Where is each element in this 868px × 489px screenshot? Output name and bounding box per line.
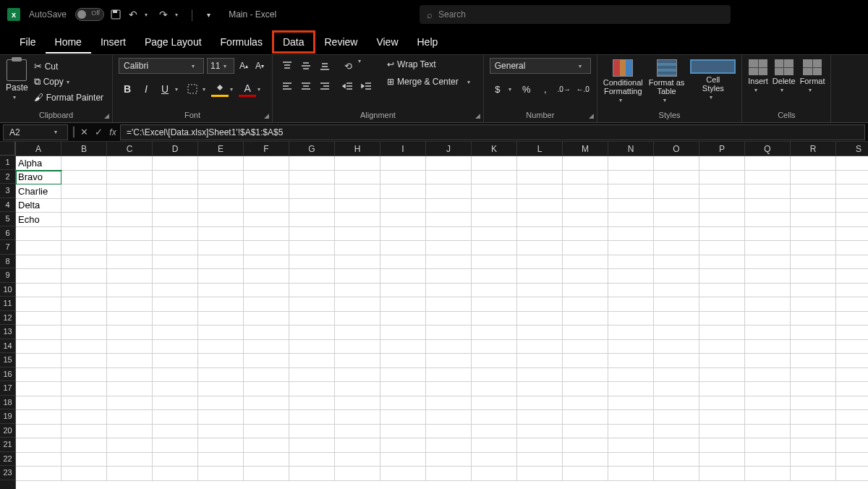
cell[interactable] <box>380 297 426 312</box>
cell[interactable] <box>563 171 608 185</box>
row-header[interactable]: 15 <box>0 353 15 367</box>
column-header[interactable]: D <box>153 142 198 156</box>
cell[interactable] <box>654 368 699 383</box>
cell[interactable] <box>654 227 699 242</box>
cell[interactable] <box>289 396 335 411</box>
cell[interactable] <box>107 396 153 411</box>
cell[interactable] <box>563 340 608 354</box>
cell[interactable] <box>107 255 153 270</box>
cell[interactable] <box>61 171 107 185</box>
column-header[interactable]: C <box>107 142 153 156</box>
cell[interactable] <box>16 312 61 326</box>
cell[interactable] <box>107 213 153 227</box>
formula-input[interactable]: ='C:\Excel\[Data.xlsx]Sheet1'!$A$1:$A$5 <box>120 124 865 140</box>
cell[interactable] <box>380 227 426 242</box>
cell[interactable] <box>517 453 563 467</box>
cell[interactable] <box>289 425 335 439</box>
cell[interactable] <box>791 326 836 340</box>
cell[interactable] <box>198 213 244 227</box>
row-header[interactable]: 3 <box>0 184 15 198</box>
cell[interactable] <box>153 382 198 396</box>
cell[interactable] <box>289 326 335 340</box>
cancel-formula-icon[interactable]: ✕ <box>77 124 91 140</box>
bold-button[interactable]: B <box>119 81 136 97</box>
cell[interactable] <box>107 312 153 326</box>
cell[interactable] <box>654 340 699 354</box>
percent-format-button[interactable]: % <box>519 81 535 97</box>
cell[interactable] <box>699 340 745 354</box>
borders-button[interactable] <box>184 81 201 97</box>
column-header[interactable]: A <box>16 142 61 156</box>
cell[interactable] <box>153 255 198 270</box>
cell[interactable] <box>517 297 563 312</box>
cell[interactable] <box>61 199 107 213</box>
cell[interactable] <box>198 312 244 326</box>
cell[interactable] <box>791 284 836 298</box>
cell[interactable] <box>244 241 289 255</box>
alignment-dialog-launcher[interactable]: ◢ <box>475 112 480 119</box>
cell[interactable] <box>198 354 244 368</box>
cell[interactable] <box>380 467 426 481</box>
cell[interactable] <box>836 284 868 298</box>
row-header[interactable]: 18 <box>0 396 15 410</box>
cell[interactable] <box>654 354 699 368</box>
cell[interactable] <box>654 255 699 270</box>
cell[interactable] <box>61 156 107 171</box>
cell[interactable] <box>426 199 472 213</box>
select-all-corner[interactable] <box>0 142 15 156</box>
cell[interactable] <box>426 340 472 354</box>
cell[interactable] <box>153 340 198 354</box>
cell[interactable] <box>153 438 198 453</box>
cell[interactable] <box>61 213 107 227</box>
cell[interactable] <box>335 382 380 396</box>
paste-button[interactable]: Paste <box>6 82 28 93</box>
cell[interactable] <box>380 354 426 368</box>
accounting-dropdown[interactable]: ▾ <box>509 86 516 93</box>
cell[interactable] <box>244 269 289 284</box>
row-header[interactable]: 9 <box>0 268 15 283</box>
cell[interactable] <box>472 410 517 425</box>
cell[interactable] <box>654 382 699 396</box>
cell[interactable] <box>107 241 153 255</box>
cell[interactable] <box>608 340 654 354</box>
format-cells-button[interactable]: Format▾ <box>800 59 825 93</box>
cell[interactable] <box>335 453 380 467</box>
cell[interactable] <box>517 284 563 298</box>
borders-dropdown[interactable]: ▾ <box>203 86 210 93</box>
cell[interactable] <box>472 467 517 481</box>
cell[interactable] <box>107 410 153 425</box>
cell[interactable] <box>517 269 563 284</box>
cell[interactable] <box>107 199 153 213</box>
cell[interactable] <box>107 171 153 185</box>
cell[interactable] <box>16 396 61 411</box>
cell[interactable] <box>745 213 791 227</box>
cell[interactable] <box>563 438 608 453</box>
cell[interactable] <box>791 241 836 255</box>
cell[interactable] <box>426 368 472 383</box>
decrease-indent-icon[interactable] <box>339 78 357 94</box>
cell[interactable] <box>472 199 517 213</box>
row-header[interactable]: 7 <box>0 240 15 255</box>
cell[interactable] <box>699 354 745 368</box>
cell[interactable] <box>654 326 699 340</box>
cell[interactable] <box>198 438 244 453</box>
cell[interactable] <box>61 227 107 242</box>
cell[interactable] <box>61 354 107 368</box>
cell[interactable] <box>791 312 836 326</box>
cell[interactable] <box>608 354 654 368</box>
cell[interactable]: Delta <box>16 199 61 213</box>
cell[interactable] <box>289 438 335 453</box>
fill-color-button[interactable] <box>211 81 229 97</box>
cell[interactable] <box>335 156 380 171</box>
cell[interactable] <box>289 453 335 467</box>
cell[interactable] <box>791 340 836 354</box>
cell[interactable] <box>745 438 791 453</box>
row-header[interactable]: 1 <box>0 156 15 170</box>
cell[interactable] <box>699 453 745 467</box>
row-header[interactable]: 13 <box>0 325 15 339</box>
cell[interactable] <box>791 171 836 185</box>
cell[interactable] <box>244 354 289 368</box>
cell[interactable] <box>654 297 699 312</box>
cell[interactable] <box>745 199 791 213</box>
cell[interactable] <box>791 467 836 481</box>
